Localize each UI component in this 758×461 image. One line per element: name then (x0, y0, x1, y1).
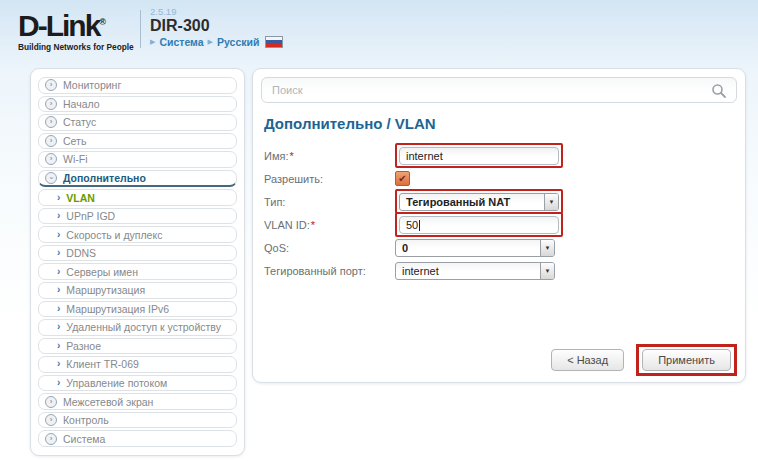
required-asterisk: * (311, 219, 315, 231)
field-label: Тип: (264, 196, 395, 208)
form-buttons: < Назад Применить (551, 344, 737, 376)
field-label: Имя:* (264, 150, 395, 162)
sidebar-item-misc[interactable]: ›Разное (38, 338, 237, 355)
chevron-right-icon: › (57, 211, 60, 221)
logo-wordmark: D-Link (18, 9, 99, 42)
dropdown-arrow-icon[interactable]: ▼ (544, 194, 558, 210)
registered-mark: ® (99, 17, 106, 27)
sidebar: ›Мониторинг›Начало›Статус›Сеть›Wi-Fi›Доп… (30, 68, 245, 456)
sidebar-item-label: Сеть (63, 135, 86, 147)
sidebar-item-system[interactable]: ›Система (38, 430, 237, 447)
annotation-highlight: Тегированный NAT▼ (395, 189, 563, 214)
sidebar-item-advanced[interactable]: ›Дополнительно (38, 170, 237, 188)
sidebar-item-wifi[interactable]: ›Wi-Fi (38, 151, 237, 168)
form-row-tagged-port: Тегированный порт:internet▼ (264, 259, 737, 282)
sidebar-item-label: Контроль (63, 414, 109, 426)
chevron-right-icon: › (57, 193, 60, 203)
annotation-highlight: internet (395, 143, 563, 168)
main-panel: Дополнительно / VLAN Имя:*internetРазреш… (252, 68, 746, 383)
annotation-highlight: 50 (395, 212, 563, 237)
circle-arrow-icon: › (45, 116, 57, 128)
dropdown-arrow-icon[interactable]: ▼ (540, 263, 554, 279)
sidebar-item-upnp-igd[interactable]: ›UPnP IGD (38, 208, 237, 225)
sidebar-item-home[interactable]: ›Начало (38, 96, 237, 113)
dlink-logo: D-Link® Building Networks for People (18, 7, 136, 52)
breadcrumb: ▶ Система ▶ Русский (150, 36, 283, 48)
field-label: VLAN ID:* (264, 219, 395, 231)
form-row-vlan-id: VLAN ID:*50 (264, 213, 737, 236)
sidebar-item-label: VLAN (66, 192, 95, 204)
header-model-block: 2.5.19 DIR-300 ▶ Система ▶ Русский (150, 6, 283, 48)
sidebar-item-label: Мониторинг (63, 79, 121, 91)
sidebar-item-label: Разное (66, 340, 101, 352)
back-button[interactable]: < Назад (551, 349, 624, 371)
sidebar-item-vlan[interactable]: ›VLAN (38, 189, 237, 206)
search-input[interactable] (262, 78, 736, 102)
sidebar-item-speed-duplex[interactable]: ›Скорость и дуплекс (38, 226, 237, 243)
circle-arrow-icon: › (45, 433, 57, 445)
sidebar-item-status[interactable]: ›Статус (38, 114, 237, 131)
sidebar-item-flow-control[interactable]: ›Управление потоком (38, 375, 237, 392)
circle-arrow-icon: › (45, 396, 57, 408)
selected-value: 0 (396, 240, 540, 256)
firmware-version: 2.5.19 (150, 6, 283, 17)
form-row-type: Тип:Тегированный NAT▼ (264, 190, 737, 213)
sidebar-item-ddns[interactable]: ›DDNS (38, 245, 237, 262)
chevron-right-icon: › (57, 267, 60, 277)
sidebar-item-control[interactable]: ›Контроль (38, 412, 237, 429)
chevron-right-icon: › (57, 248, 60, 258)
sidebar-item-label: Скорость и дуплекс (66, 229, 162, 241)
sidebar-item-firewall[interactable]: ›Межсетевой экран (38, 393, 237, 410)
sidebar-item-label: Удаленный доступ к устройству (66, 321, 221, 333)
form-row-qos: QoS:0▼ (264, 236, 737, 259)
search-icon[interactable] (711, 83, 727, 99)
text-caret (419, 220, 420, 231)
input-value: 50 (406, 219, 418, 231)
field-label: Тегированный порт: (264, 265, 395, 277)
sidebar-item-label: Серверы имен (66, 266, 138, 278)
required-asterisk: * (289, 150, 293, 162)
chevron-right-icon: › (57, 359, 60, 369)
chevron-right-icon: › (57, 322, 60, 332)
circle-arrow-icon: › (45, 153, 57, 165)
sidebar-item-monitoring[interactable]: ›Мониторинг (38, 77, 237, 94)
breadcrumb-language-link[interactable]: Русский (217, 36, 259, 48)
breadcrumb-arrow-icon: ▶ (150, 38, 155, 46)
russia-flag-icon[interactable] (265, 36, 283, 48)
sidebar-item-label: UPnP IGD (66, 210, 115, 222)
sidebar-item-label: Маршрутизация (66, 284, 145, 296)
breadcrumb-arrow-icon: ▶ (208, 38, 213, 46)
form-row-name: Имя:*internet (264, 144, 737, 167)
model-name: DIR-300 (150, 17, 283, 34)
sidebar-item-label: Статус (63, 116, 96, 128)
sidebar-item-routing-ipv6[interactable]: ›Маршрутизация IPv6 (38, 301, 237, 318)
selected-value: internet (396, 263, 540, 279)
sidebar-item-label: Маршрутизация IPv6 (66, 303, 169, 315)
annotation-highlight: Применить (636, 344, 737, 376)
sidebar-menu: ›Мониторинг›Начало›Статус›Сеть›Wi-Fi›Доп… (38, 77, 237, 447)
chevron-right-icon: › (57, 378, 60, 388)
sidebar-item-tr069-client[interactable]: ›Клиент TR-069 (38, 356, 237, 373)
circle-arrow-icon: › (45, 79, 57, 91)
tagged-port-select[interactable]: internet▼ (395, 262, 555, 280)
circle-arrow-icon: › (45, 98, 57, 110)
vlan-id-input[interactable]: 50 (399, 216, 559, 234)
name-input[interactable]: internet (399, 147, 559, 165)
chevron-right-icon: › (57, 285, 60, 295)
field-label: Разрешить: (264, 173, 395, 185)
circle-arrow-icon: › (45, 135, 57, 147)
page-title: Дополнительно / VLAN (264, 115, 737, 132)
apply-button[interactable]: Применить (642, 349, 731, 371)
sidebar-item-name-servers[interactable]: ›Серверы имен (38, 263, 237, 280)
breadcrumb-system-link[interactable]: Система (159, 36, 203, 48)
type-select[interactable]: Тегированный NAT▼ (399, 193, 559, 211)
search-box (261, 77, 737, 103)
sidebar-item-label: Wi-Fi (63, 153, 88, 165)
sidebar-item-routing[interactable]: ›Маршрутизация (38, 282, 237, 299)
enable-checkbox[interactable]: ✔ (395, 171, 410, 186)
dropdown-arrow-icon[interactable]: ▼ (540, 240, 554, 256)
sidebar-item-remote-access[interactable]: ›Удаленный доступ к устройству (38, 319, 237, 336)
qos-select[interactable]: 0▼ (395, 239, 555, 257)
sidebar-item-network[interactable]: ›Сеть (38, 133, 237, 150)
logo-tagline: Building Networks for People (18, 42, 136, 52)
